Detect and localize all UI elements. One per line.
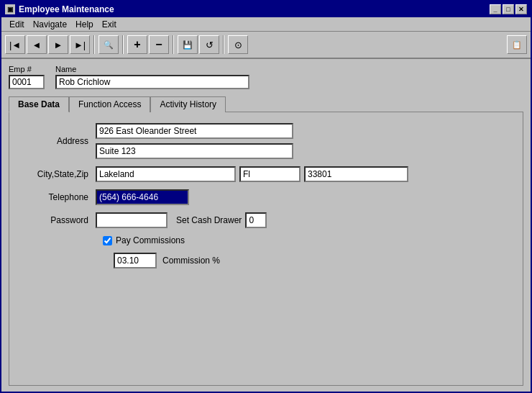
- csz-inputs: [96, 166, 408, 182]
- tab-activity-history[interactable]: Activity History: [150, 96, 226, 112]
- main-content: Emp # Name Base Data Function Access Act…: [1, 59, 531, 392]
- last-button[interactable]: ►|: [70, 35, 90, 54]
- password-row: Password Set Cash Drawer: [24, 212, 508, 228]
- title-bar: ▣ Employee Maintenance _ □ ✕: [1, 1, 531, 17]
- tabs: Base Data Function Access Activity Histo…: [9, 96, 523, 112]
- pay-commissions-label: Pay Commissions: [116, 235, 185, 245]
- city-state-zip-row: City,State,Zip: [24, 166, 508, 182]
- cash-drawer-input[interactable]: [245, 212, 267, 228]
- emp-num-input[interactable]: [9, 75, 45, 89]
- tab-content-base-data: Address City,State,Zip: [9, 112, 523, 386]
- window-title: Employee Maintenance: [19, 4, 114, 14]
- password-input[interactable]: [96, 212, 168, 228]
- set-cash-label: Set Cash Drawer: [176, 215, 242, 225]
- save-button[interactable]: 💾: [178, 35, 198, 54]
- tab-function-access[interactable]: Function Access: [69, 96, 150, 112]
- separator-1: [93, 35, 95, 54]
- commission-input[interactable]: [114, 253, 157, 268]
- address-line1-input[interactable]: [96, 123, 293, 139]
- maximize-btn[interactable]: □: [503, 4, 514, 14]
- city-state-zip-label: City,State,Zip: [24, 169, 96, 179]
- add-button[interactable]: +: [127, 35, 147, 54]
- tab-base-data[interactable]: Base Data: [9, 96, 69, 112]
- next-button[interactable]: ►: [48, 35, 68, 54]
- toolbar: |◄ ◄ ► ►| 🔍 + − 💾 ↺ ⊙ 📋: [1, 32, 531, 59]
- separator-3: [173, 35, 174, 54]
- minimize-btn[interactable]: _: [490, 4, 501, 14]
- telephone-label: Telephone: [24, 192, 96, 202]
- emp-name-label: Name: [55, 65, 249, 73]
- separator-4: [223, 35, 224, 54]
- pay-commissions-checkbox[interactable]: [103, 236, 112, 245]
- zip-input[interactable]: [304, 166, 408, 182]
- emp-header-row: Emp # Name: [9, 65, 523, 89]
- state-input[interactable]: [239, 166, 301, 182]
- toolbar-right-area: 📋: [507, 35, 527, 54]
- main-window: ▣ Employee Maintenance _ □ ✕ Edit Naviga…: [0, 0, 532, 393]
- first-button[interactable]: |◄: [5, 35, 25, 54]
- address-inputs: [96, 123, 293, 159]
- title-bar-left: ▣ Employee Maintenance: [5, 4, 114, 14]
- emp-num-group: Emp #: [9, 65, 45, 89]
- delete-button[interactable]: −: [149, 35, 169, 54]
- separator-2: [122, 35, 124, 54]
- close-btn[interactable]: ✕: [515, 4, 527, 14]
- tab-container: Base Data Function Access Activity Histo…: [9, 93, 523, 386]
- app-icon: ▣: [5, 4, 15, 14]
- emp-name-input[interactable]: [55, 75, 249, 89]
- menu-navigate[interactable]: Navigate: [29, 18, 71, 31]
- address-label: Address: [24, 136, 96, 146]
- undo-button[interactable]: ↺: [199, 35, 219, 54]
- city-input[interactable]: [96, 166, 236, 182]
- config-button[interactable]: ⊙: [228, 35, 248, 54]
- address-line2-input[interactable]: [96, 143, 293, 159]
- pay-commissions-row: Pay Commissions: [103, 235, 508, 245]
- menu-help[interactable]: Help: [71, 18, 98, 31]
- address-row: Address: [24, 123, 508, 159]
- commission-row: Commission %: [103, 253, 508, 268]
- telephone-row: Telephone: [24, 189, 508, 205]
- menu-bar: Edit Navigate Help Exit: [1, 17, 531, 32]
- password-label: Password: [24, 215, 96, 225]
- search-button[interactable]: 🔍: [98, 35, 119, 54]
- commission-label: Commission %: [162, 256, 220, 266]
- title-controls: _ □ ✕: [490, 4, 527, 14]
- clipboard-button[interactable]: 📋: [507, 35, 527, 54]
- emp-name-group: Name: [55, 65, 249, 89]
- telephone-input[interactable]: [96, 189, 189, 205]
- prev-button[interactable]: ◄: [27, 35, 47, 54]
- emp-num-label: Emp #: [9, 65, 45, 73]
- menu-edit[interactable]: Edit: [5, 18, 29, 31]
- menu-exit[interactable]: Exit: [98, 18, 121, 31]
